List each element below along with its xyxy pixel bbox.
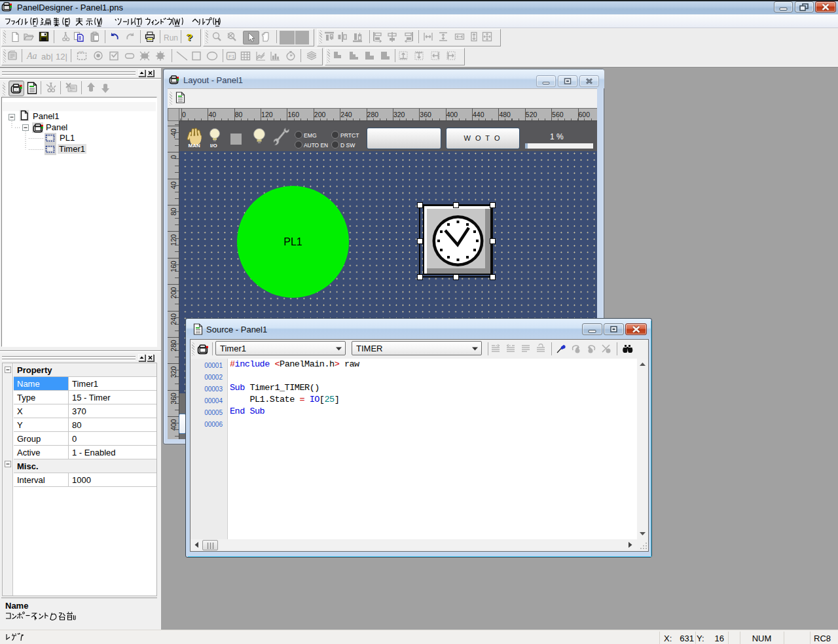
svg-text:-40: -40 (170, 128, 177, 138)
svg-text:240: 240 (170, 313, 177, 325)
svg-text:240: 240 (340, 111, 352, 118)
svg-text:320: 320 (393, 111, 405, 118)
svg-text:120: 120 (261, 111, 273, 118)
svg-text:480: 480 (499, 111, 511, 118)
svg-text:40: 40 (170, 181, 177, 189)
svg-text:0: 0 (182, 111, 186, 118)
svg-text:200: 200 (314, 111, 326, 118)
svg-text:PRTCT: PRTCT (340, 132, 359, 139)
svg-text:F1: F1 (228, 54, 235, 60)
svg-text:320: 320 (170, 367, 177, 378)
svg-text:600: 600 (579, 111, 591, 118)
svg-text:D SW: D SW (340, 142, 355, 149)
svg-text:160: 160 (170, 260, 177, 272)
svg-text:160: 160 (288, 111, 300, 118)
svg-text:80: 80 (235, 111, 243, 118)
svg-text:40: 40 (208, 111, 216, 118)
svg-text:xyz: xyz (79, 50, 84, 54)
svg-text:520: 520 (526, 111, 537, 118)
svg-text:280: 280 (367, 111, 379, 118)
svg-text:440: 440 (473, 111, 484, 118)
svg-text:360: 360 (420, 111, 431, 118)
svg-text:I/O: I/O (210, 143, 217, 148)
svg-text:120: 120 (170, 234, 177, 246)
svg-text:400: 400 (446, 111, 458, 118)
svg-text:AUTO EN: AUTO EN (304, 142, 328, 149)
svg-text:200: 200 (170, 287, 177, 298)
svg-text:80: 80 (170, 207, 177, 215)
svg-text:560: 560 (552, 111, 564, 118)
svg-text:400: 400 (170, 419, 177, 431)
svg-text:MAN: MAN (189, 143, 200, 148)
svg-text:360: 360 (170, 393, 177, 404)
svg-text:0: 0 (170, 155, 177, 159)
svg-text:280: 280 (170, 340, 177, 351)
svg-text:EMG: EMG (304, 132, 317, 139)
